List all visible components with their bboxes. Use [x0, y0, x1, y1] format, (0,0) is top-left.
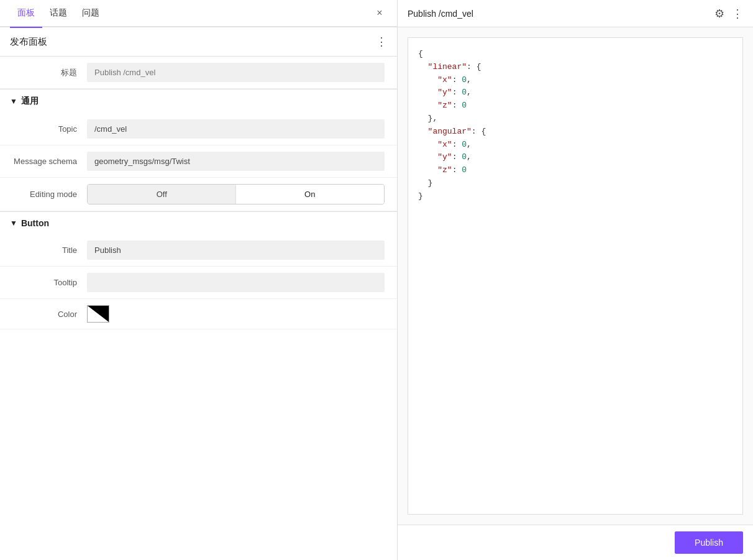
- section-general-label: 通用: [21, 96, 39, 107]
- message-schema-row: Message schema: [0, 145, 397, 178]
- message-schema-input[interactable]: [87, 152, 385, 171]
- panel-header: 发布面板 ⋮: [0, 27, 397, 57]
- right-footer: Publish: [398, 525, 753, 560]
- left-panel: 面板 话题 问题 × 发布面板 ⋮ 标题 ▼ 通用 Topic Message …: [0, 0, 398, 560]
- editing-mode-label: Editing mode: [12, 190, 87, 199]
- color-label: Color: [12, 310, 87, 319]
- right-panel: Publish /cmd_vel ⚙ ⋮ { "linear": { "x": …: [398, 0, 753, 560]
- gear-icon[interactable]: ⚙: [714, 7, 724, 21]
- right-header: Publish /cmd_vel ⚙ ⋮: [398, 0, 753, 27]
- title-input[interactable]: [87, 63, 385, 82]
- color-picker[interactable]: [87, 305, 109, 323]
- right-panel-title: Publish /cmd_vel: [408, 9, 473, 19]
- tooltip-label: Tooltip: [12, 278, 87, 287]
- section-button-header[interactable]: ▼ Button: [0, 212, 397, 234]
- topic-input[interactable]: [87, 119, 385, 139]
- tab-panel[interactable]: 面板: [10, 0, 42, 27]
- publish-button[interactable]: Publish: [675, 531, 743, 554]
- section-button-label: Button: [21, 218, 49, 228]
- close-button[interactable]: ×: [372, 6, 387, 21]
- message-schema-label: Message schema: [12, 157, 87, 166]
- panel-title: 发布面板: [10, 36, 47, 48]
- right-icons: ⚙ ⋮: [714, 7, 743, 21]
- editing-mode-toggle: Off On: [87, 184, 385, 204]
- toggle-on[interactable]: On: [236, 185, 385, 204]
- tooltip-input[interactable]: [87, 273, 385, 292]
- button-title-input[interactable]: [87, 241, 385, 260]
- topic-row: Topic: [0, 113, 397, 145]
- editing-mode-row: Editing mode Off On: [0, 178, 397, 211]
- tab-question[interactable]: 问题: [75, 0, 107, 27]
- section-general-header[interactable]: ▼ 通用: [0, 90, 397, 113]
- panel-more-icon[interactable]: ⋮: [376, 35, 387, 48]
- button-title-label: Title: [12, 246, 87, 255]
- title-row: 标题: [0, 57, 397, 89]
- chevron-down-icon: ▼: [10, 97, 17, 106]
- more-icon[interactable]: ⋮: [732, 7, 743, 21]
- topic-label: Topic: [12, 124, 87, 134]
- chevron-down-icon-2: ▼: [10, 219, 17, 227]
- title-label: 标题: [12, 67, 87, 78]
- tab-bar: 面板 话题 问题 ×: [0, 0, 397, 27]
- tab-topic[interactable]: 话题: [42, 0, 75, 27]
- button-title-row: Title: [0, 234, 397, 267]
- color-row: Color: [0, 299, 397, 329]
- toggle-off[interactable]: Off: [88, 185, 236, 204]
- json-editor[interactable]: { "linear": { "x": 0, "y": 0, "z": 0 }, …: [408, 37, 743, 515]
- tooltip-row: Tooltip: [0, 267, 397, 299]
